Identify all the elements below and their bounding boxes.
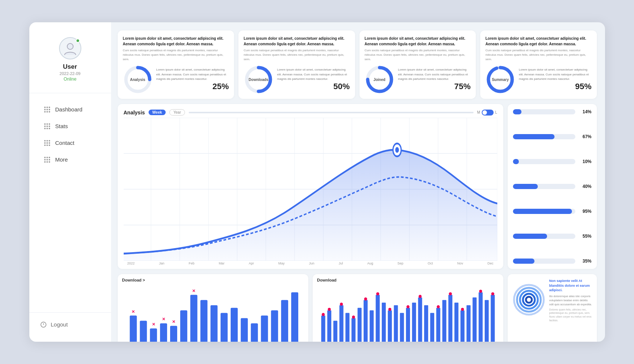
toggle-wrap: M L (477, 110, 497, 116)
card-text-downloads: Lorem ipsum dolor sit amet, consectetuer… (244, 36, 350, 62)
donut-analysis: Analysis (123, 65, 153, 94)
svg-rect-54 (321, 316, 325, 342)
bar-chart-title-2: Download (317, 278, 499, 282)
svg-text:✕: ✕ (192, 289, 195, 293)
svg-rect-48 (251, 323, 258, 342)
svg-point-29 (395, 147, 399, 153)
svg-text:✕: ✕ (162, 317, 165, 321)
svg-point-69 (376, 292, 379, 295)
tab-year[interactable]: Year (169, 109, 185, 116)
progress-row-6: 55% (513, 234, 592, 239)
card-side-text-summary: Lorem ipsum dolor sit amet, consectetuer… (519, 68, 592, 81)
svg-point-83 (436, 305, 439, 308)
sidebar-item-dashboard[interactable]: Dashboard (33, 101, 107, 117)
svg-rect-82 (436, 308, 440, 342)
top-cards: Lorem ipsum dolor sit amet, consectetuer… (118, 30, 597, 99)
card-pct-downloads: 50% (277, 82, 350, 91)
sidebar-item-more[interactable]: More (33, 152, 107, 168)
svg-rect-90 (466, 305, 471, 342)
tab-week[interactable]: Week (149, 110, 166, 115)
svg-rect-74 (400, 313, 404, 342)
svg-rect-56 (327, 311, 331, 342)
progress-pct-1: 14% (578, 109, 592, 114)
progress-bar-fill-5 (513, 209, 572, 214)
progress-bar-fill-6 (513, 234, 547, 239)
bar-chart-svg-2 (317, 285, 499, 342)
donut-label-joined: Joined (365, 65, 394, 94)
svg-point-66 (364, 298, 367, 300)
online-indicator (76, 39, 80, 43)
donut-joined: Joined (365, 65, 394, 94)
sidebar-item-label: More (55, 156, 68, 163)
progress-bar-fill-2 (513, 134, 555, 139)
bar-chart-card-2: Download (313, 274, 503, 342)
svg-rect-44 (210, 305, 217, 342)
progress-bar-bg-2 (513, 134, 575, 139)
user-profile: User 2022-22-09 Online (29, 33, 111, 93)
stat-card-analysis: Lorem ipsum dolor sit amet, consectetuer… (118, 30, 234, 99)
slider-track[interactable] (189, 112, 473, 113)
toggle-switch[interactable] (482, 110, 494, 116)
svg-rect-65 (363, 300, 367, 342)
card-side-text-downloads: Lorem ipsum dolor sit amet, consectetuer… (277, 68, 350, 81)
sidebar-item-contact[interactable]: Contact (33, 135, 107, 151)
line-chart-svg (124, 118, 497, 261)
svg-rect-73 (394, 305, 398, 342)
svg-rect-75 (406, 308, 410, 342)
stat-card-joined: Lorem ipsum dolor sit amet, consectetuer… (360, 30, 476, 99)
svg-rect-49 (261, 316, 268, 342)
svg-rect-77 (412, 303, 416, 342)
slider-wrap (189, 112, 473, 113)
card-title-summary: Lorem ipsum dolor sit amet, consectetuer… (485, 36, 592, 47)
x-label: Sep (397, 261, 403, 265)
svg-point-101 (526, 297, 532, 303)
svg-rect-47 (241, 318, 248, 342)
progress-bar-bg-4 (513, 184, 575, 189)
card-pct-summary: 95% (519, 82, 592, 91)
svg-rect-80 (424, 305, 428, 342)
sidebar-item-label: Dashboard (55, 106, 82, 113)
svg-rect-64 (357, 308, 361, 342)
toggle-m-label: M (477, 110, 480, 114)
donut-summary: Summary (485, 65, 515, 94)
bottom-right-text-block: Non sapiente velit At blanditiis dolore … (549, 279, 592, 322)
progress-row-3: 10% (513, 159, 592, 164)
user-date: 2022-22-09 (59, 71, 80, 76)
user-name: User (59, 63, 80, 71)
logout-button[interactable]: Logout (40, 318, 100, 331)
svg-point-89 (461, 308, 464, 311)
bottom-row: Download > ✕ ✕ ✕ ✕ (118, 274, 597, 334)
svg-point-86 (449, 292, 452, 295)
grid-icon (44, 157, 50, 163)
progress-pct-6: 55% (578, 234, 592, 239)
bar-chart-svg-1: ✕ ✕ ✕ ✕ ✕ (122, 285, 304, 342)
main-content: Lorem ipsum dolor sit amet, consectetuer… (111, 22, 605, 342)
grid-icon (44, 123, 50, 129)
analysis-title: Analysis (124, 110, 145, 116)
progress-bar-bg-5 (513, 209, 575, 214)
card-title-downloads: Lorem ipsum dolor sit amet, consectetuer… (244, 36, 350, 47)
svg-rect-34 (150, 328, 157, 342)
grid-icon (44, 140, 50, 146)
bottom-right-detail: Illo doloremque alias iste corporis volu… (549, 294, 592, 307)
svg-rect-71 (388, 311, 392, 342)
svg-rect-38 (170, 326, 177, 342)
card-title-analysis: Lorem ipsum dolor sit amet, consectetuer… (123, 36, 229, 47)
sidebar-item-stats[interactable]: Stats (33, 118, 107, 134)
svg-rect-91 (472, 298, 477, 342)
svg-point-72 (388, 308, 391, 311)
svg-rect-40 (180, 311, 187, 342)
svg-point-96 (491, 292, 494, 295)
progress-pct-5: 95% (578, 209, 592, 214)
logout-label: Logout (51, 321, 68, 328)
svg-rect-31 (130, 316, 137, 342)
bar-chart-area-2 (317, 285, 499, 342)
progress-bar-fill-1 (513, 109, 522, 114)
svg-point-0 (67, 43, 73, 49)
donut-label-downloads: Downloads (244, 65, 273, 94)
x-label: Dec (487, 261, 493, 265)
card-pct-analysis: 25% (156, 82, 229, 91)
avatar (59, 37, 81, 59)
card-text-summary: Lorem ipsum dolor sit amet, consectetuer… (485, 36, 592, 62)
svg-rect-52 (291, 292, 298, 342)
